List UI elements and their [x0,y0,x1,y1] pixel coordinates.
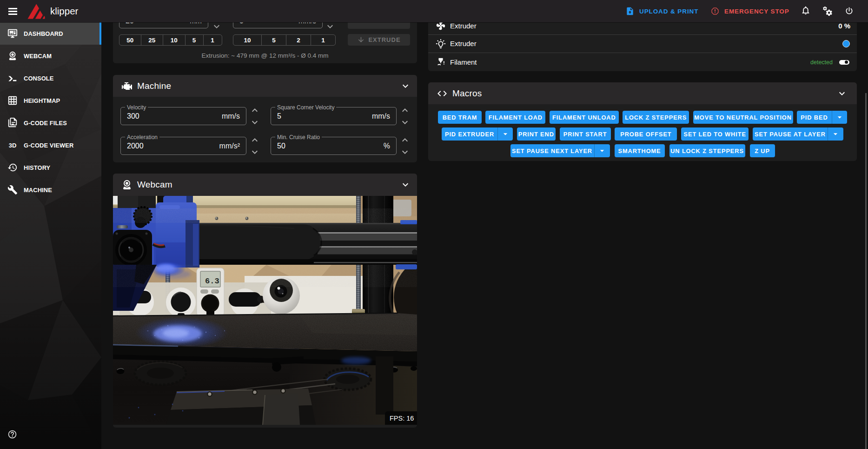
svg-text:FPS: 16: FPS: 16 [390,415,414,422]
